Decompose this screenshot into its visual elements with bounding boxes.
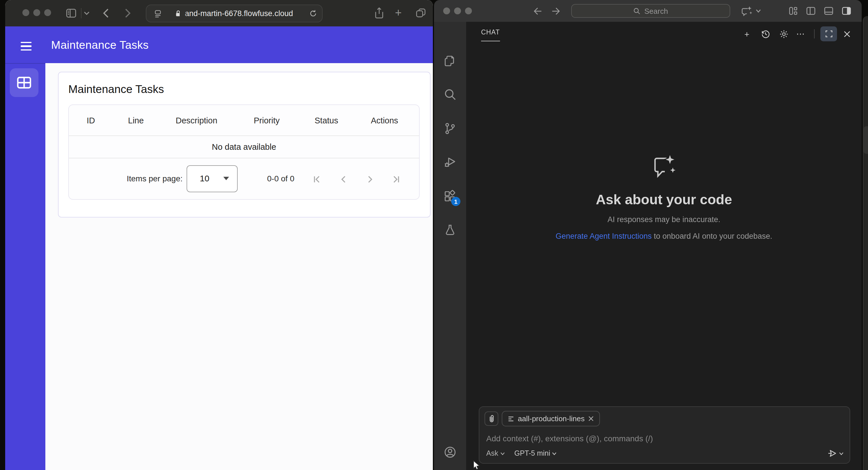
pagination-range: 0-0 of 0 xyxy=(258,158,304,199)
send-icon xyxy=(827,449,837,458)
background-window-edge xyxy=(863,16,868,470)
mouse-cursor xyxy=(473,460,481,470)
chat-input-toolbar: Ask GPT-5 mini xyxy=(486,448,844,459)
select-caret-icon xyxy=(223,177,229,180)
customize-layout-icon[interactable] xyxy=(786,4,800,18)
empty-state-link-row: Generate Agent Instructions to onboard A… xyxy=(466,232,862,241)
go-forward-icon[interactable] xyxy=(549,4,563,18)
chat-input-box[interactable]: aall-production-lines Add context (#), e… xyxy=(479,406,850,464)
items-per-page-select[interactable]: 10 xyxy=(187,165,238,192)
zoom-window-button[interactable] xyxy=(465,7,472,14)
close-window-button[interactable] xyxy=(443,7,450,14)
toggle-panel-icon[interactable] xyxy=(822,4,835,18)
search-icon[interactable] xyxy=(443,88,457,101)
search-placeholder: Search xyxy=(644,7,668,15)
sidebar-item-tables[interactable] xyxy=(10,68,38,97)
more-actions-icon[interactable]: ⋯ xyxy=(795,28,807,40)
minimize-window-button[interactable] xyxy=(33,9,40,16)
new-tab-icon[interactable]: + xyxy=(395,7,402,18)
maximize-panel-button[interactable] xyxy=(820,26,837,41)
safari-window: and-martin-6678.flowfuse.cloud + xyxy=(5,0,433,470)
chevron-down-icon xyxy=(552,451,557,456)
go-back-icon[interactable] xyxy=(530,4,544,18)
extensions-icon[interactable]: 1 xyxy=(443,189,457,203)
vscode-window: Search xyxy=(434,0,862,470)
model-picker[interactable]: GPT-5 mini xyxy=(515,449,557,458)
zoom-window-button[interactable] xyxy=(44,9,51,16)
share-icon[interactable] xyxy=(373,6,385,20)
menu-icon[interactable] xyxy=(21,40,32,53)
table-header-row: ID Line Description Priority Status Acti… xyxy=(69,105,419,136)
page-title: Maintenance Tasks xyxy=(51,26,149,63)
safari-toolbar: and-martin-6678.flowfuse.cloud + xyxy=(5,0,433,26)
table-grid-icon xyxy=(17,76,32,89)
command-center-search[interactable]: Search xyxy=(571,4,730,18)
minimize-window-button[interactable] xyxy=(454,7,461,14)
background-window-notch xyxy=(863,126,868,154)
chat-panel: CHAT + ⋯ xyxy=(466,22,862,470)
chevron-down-icon[interactable] xyxy=(83,10,90,16)
column-header-status[interactable]: Status xyxy=(315,116,371,125)
generate-agent-instructions-link[interactable]: Generate Agent Instructions xyxy=(555,232,652,241)
search-icon xyxy=(633,7,641,14)
column-header-priority[interactable]: Priority xyxy=(254,116,315,125)
source-control-icon[interactable] xyxy=(443,122,457,135)
chevron-down-icon xyxy=(500,451,505,456)
chat-input-placeholder[interactable]: Add context (#), extensions (@), command… xyxy=(486,434,653,443)
empty-state-subtitle: AI responses may be inaccurate. xyxy=(466,215,862,224)
file-lines-icon xyxy=(507,415,515,422)
page-settings-icon[interactable] xyxy=(153,9,163,19)
chat-settings-gear-icon[interactable] xyxy=(777,28,790,40)
next-page-button[interactable] xyxy=(363,172,377,186)
url-text[interactable]: and-martin-6678.flowfuse.cloud xyxy=(185,5,293,22)
explorer-icon[interactable] xyxy=(443,54,457,68)
last-page-button[interactable] xyxy=(389,172,402,186)
new-chat-icon[interactable]: + xyxy=(741,28,753,40)
mode-label: Ask xyxy=(486,449,498,458)
account-icon[interactable] xyxy=(443,445,457,459)
paperclip-icon xyxy=(488,414,495,423)
tab-overview-icon[interactable] xyxy=(414,6,427,19)
chevron-down-icon[interactable] xyxy=(754,4,763,18)
back-button[interactable] xyxy=(102,7,110,19)
table-footer: Items per page: 10 0-0 of 0 xyxy=(69,158,419,199)
vscode-titlebar: Search xyxy=(434,0,862,22)
sidebar-toggle-icon[interactable] xyxy=(65,7,78,20)
copilot-icon[interactable] xyxy=(740,4,754,18)
reload-icon[interactable] xyxy=(309,9,317,18)
header-divider xyxy=(814,29,815,38)
context-chip[interactable]: aall-production-lines xyxy=(502,411,600,427)
column-header-actions[interactable]: Actions xyxy=(371,116,419,125)
chat-empty-state: Ask about your code AI responses may be … xyxy=(466,153,862,241)
previous-page-button[interactable] xyxy=(336,172,350,186)
extensions-badge: 1 xyxy=(451,197,460,206)
remove-context-icon[interactable] xyxy=(588,415,594,422)
toggle-secondary-sidebar-icon[interactable] xyxy=(839,4,853,18)
attach-context-button[interactable] xyxy=(485,411,498,426)
empty-table-message: No data available xyxy=(69,136,419,158)
desktop: and-martin-6678.flowfuse.cloud + xyxy=(0,0,868,470)
data-table: ID Line Description Priority Status Acti… xyxy=(68,104,420,200)
history-icon[interactable] xyxy=(759,28,772,40)
testing-icon[interactable] xyxy=(443,223,457,237)
first-page-button[interactable] xyxy=(310,172,324,186)
toolbar-divider xyxy=(81,8,82,19)
column-header-description[interactable]: Description xyxy=(176,116,254,125)
url-fade xyxy=(180,6,188,21)
tab-chat[interactable]: CHAT xyxy=(481,29,500,41)
column-header-id[interactable]: ID xyxy=(87,116,128,125)
close-panel-icon[interactable] xyxy=(840,28,853,40)
column-header-line[interactable]: Line xyxy=(128,116,176,125)
run-debug-icon[interactable] xyxy=(443,156,457,169)
activity-bar: 1 xyxy=(434,22,466,470)
model-label: GPT-5 mini xyxy=(515,449,550,458)
address-bar[interactable]: and-martin-6678.flowfuse.cloud xyxy=(146,5,322,22)
forward-button[interactable] xyxy=(123,7,131,19)
send-button[interactable] xyxy=(827,449,844,458)
toggle-primary-sidebar-icon[interactable] xyxy=(804,4,817,18)
app-sidebar xyxy=(5,63,45,470)
maintenance-tasks-card: Maintenance Tasks ID Line Description Pr… xyxy=(58,72,431,218)
mode-picker[interactable]: Ask xyxy=(486,449,505,458)
card-title: Maintenance Tasks xyxy=(68,83,164,96)
close-window-button[interactable] xyxy=(22,9,29,16)
